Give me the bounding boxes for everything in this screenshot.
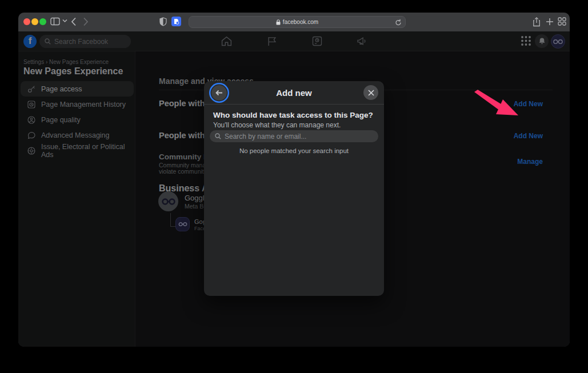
zoom-window-button[interactable] — [39, 18, 46, 25]
tls-lock-icon — [276, 19, 281, 25]
facebook-page: f — [18, 31, 570, 347]
modal-search-input[interactable] — [225, 133, 373, 141]
share-icon[interactable] — [533, 17, 541, 27]
sidebar-chevron-down-icon[interactable] — [62, 19, 67, 23]
modal-question: Who should have task access to this Page… — [213, 111, 373, 119]
address-bar-url: facebook.com — [283, 19, 318, 25]
modal-search-field[interactable] — [210, 130, 378, 142]
forward-nav-icon[interactable] — [83, 17, 89, 26]
back-nav-icon[interactable] — [71, 17, 77, 26]
safari-window: facebook.com f — [18, 13, 570, 347]
tab-overview-icon[interactable] — [558, 17, 566, 26]
reload-icon[interactable] — [395, 19, 402, 27]
modal-header: Add new — [204, 81, 384, 105]
new-tab-icon[interactable] — [546, 18, 554, 26]
address-bar[interactable]: facebook.com — [189, 16, 406, 28]
modal-empty-message: No people matched your search input — [204, 147, 384, 154]
privacy-shield-icon[interactable] — [159, 17, 167, 26]
password-extension-icon[interactable] — [171, 17, 181, 26]
search-icon — [215, 133, 221, 139]
minimize-window-button[interactable] — [31, 18, 38, 25]
modal-title: Add new — [204, 88, 384, 98]
add-new-modal: Add new Who should have task access to t… — [204, 81, 384, 296]
browser-titlebar: facebook.com — [18, 13, 570, 31]
close-window-button[interactable] — [23, 18, 30, 25]
modal-close-button[interactable] — [363, 85, 378, 100]
modal-subtitle: You'll choose what they can manage next. — [213, 121, 341, 129]
sidebar-toggle-icon[interactable] — [50, 17, 60, 26]
close-icon — [368, 90, 374, 96]
